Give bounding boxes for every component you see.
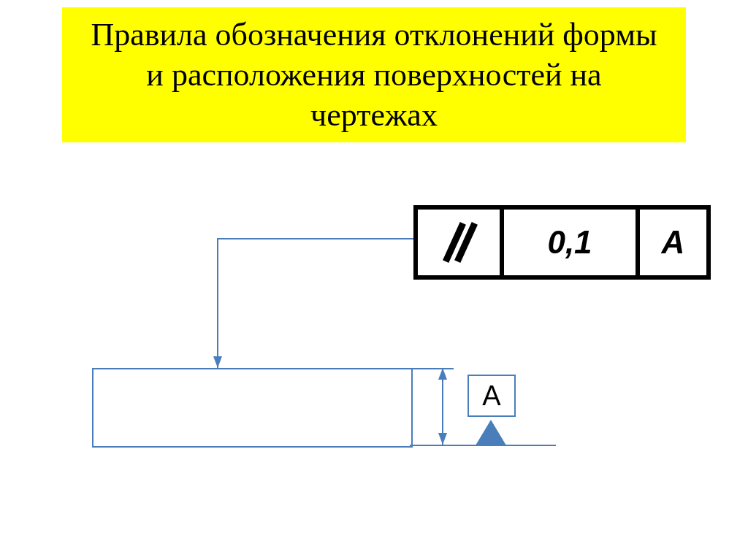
tolerance-symbol-cell [418,210,504,275]
slide-title: Правила обозначения отклонений формы и р… [62,7,686,142]
leader-arrow-icon [213,356,222,368]
extension-line-top [410,368,454,369]
leader-line-horizontal [217,238,413,239]
tolerance-datum-cell: А [640,210,706,275]
parallelism-icon [437,220,481,264]
leader-line-vertical [217,238,218,368]
datum-label-box: А [468,375,516,417]
part-outline [92,368,413,448]
datum-triangle-icon [476,420,506,445]
arrow-down-icon [438,433,447,445]
tolerance-frame: 0,1 А [413,205,711,280]
arrow-up-icon [438,368,447,380]
tolerance-value-cell: 0,1 [504,210,640,275]
